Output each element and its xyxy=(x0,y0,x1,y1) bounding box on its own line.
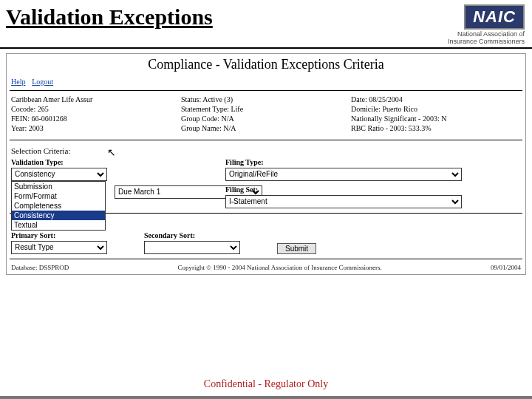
cocode: Cocode: 265 xyxy=(11,105,181,113)
primary-sort-label: Primary Sort: xyxy=(11,231,122,239)
rbc-ratio: RBC Ratio - 2003: 533.3% xyxy=(351,124,521,132)
slide-header: Validation Exceptions NAIC National Asso… xyxy=(0,0,532,49)
validation-type-options: Submission Form/Format Completeness Cons… xyxy=(11,181,106,231)
status: Status: Active (3) xyxy=(181,95,351,103)
secondary-sort-select[interactable] xyxy=(144,241,240,254)
option-completeness[interactable]: Completeness xyxy=(12,201,105,211)
divider xyxy=(10,259,522,259)
filing-type-select[interactable]: Original/ReFile xyxy=(225,168,462,181)
divider xyxy=(10,90,522,91)
company-name: Caribbean Amer Life Assur xyxy=(11,95,181,103)
top-links: Help Logout xyxy=(7,77,525,89)
group-name: Group Name: N/A xyxy=(181,124,351,132)
naic-logo: NAIC xyxy=(464,4,525,30)
validation-type-label: Validation Type: xyxy=(11,158,203,166)
app-window: Compliance - Validation Exceptions Crite… xyxy=(6,53,526,275)
option-textual[interactable]: Textual xyxy=(12,220,105,230)
database-label: Database: DSSPROD xyxy=(11,264,69,271)
divider xyxy=(10,140,522,140)
option-consistency[interactable]: Consistency xyxy=(12,211,105,220)
naic-logo-block: NAIC National Association of Insurance C… xyxy=(448,4,525,46)
fein: FEIN: 66-0601268 xyxy=(11,115,181,123)
option-submission[interactable]: Submission xyxy=(12,182,105,191)
copyright: Copyright © 1990 - 2004 National Associa… xyxy=(177,264,381,271)
date: Date: 08/25/2004 xyxy=(351,95,521,103)
filing-type-label: Filing Type: xyxy=(225,158,499,166)
nationally-significant: Nationally Significant - 2003: N xyxy=(351,115,521,123)
year: Year: 2003 xyxy=(11,124,181,132)
group-code: Group Code: N/A xyxy=(181,115,351,123)
company-info: Caribbean Amer Life Assur Cocode: 265 FE… xyxy=(7,92,525,138)
footer-date: 09/01/2004 xyxy=(491,264,521,271)
bottom-bar xyxy=(0,396,532,399)
filing-set-select[interactable]: I-Statement xyxy=(225,195,462,208)
app-title: Compliance - Validation Exceptions Crite… xyxy=(7,54,525,77)
confidential-footer: Confidential - Regulator Only xyxy=(0,378,532,390)
filing-set-label: Filing Set: xyxy=(225,185,499,194)
option-form-format[interactable]: Form/Format xyxy=(12,191,105,201)
submit-button[interactable]: Submit xyxy=(277,243,316,254)
primary-sort-select[interactable]: Result Type xyxy=(11,241,107,254)
validation-type-select[interactable]: Consistency xyxy=(11,168,107,181)
secondary-sort-label: Secondary Sort: xyxy=(144,231,255,239)
selection-criteria-label: Selection Criteria: xyxy=(7,142,525,157)
slide-title: Validation Exceptions xyxy=(6,4,213,30)
help-link[interactable]: Help xyxy=(11,78,25,86)
domicile: Domicile: Puerto Rico xyxy=(351,105,521,113)
app-footer: Database: DSSPROD Copyright © 1990 - 200… xyxy=(7,261,525,274)
naic-logo-subtitle: National Association of Insurance Commis… xyxy=(448,31,525,46)
logout-link[interactable]: Logout xyxy=(32,78,53,86)
statement-type: Statement Type: Life xyxy=(181,105,351,113)
